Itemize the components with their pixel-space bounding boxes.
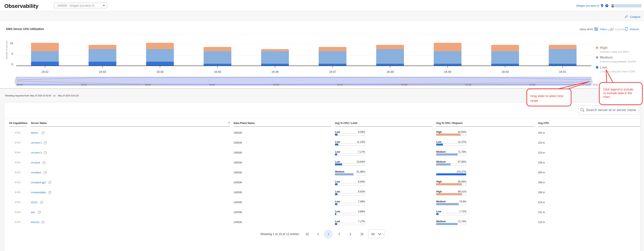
svg-text:16:43: 16:43 — [81, 83, 87, 86]
svg-text:5: 5 — [12, 52, 13, 55]
svg-text:16:42: 16:42 — [41, 70, 48, 73]
svg-text:10: 10 — [10, 42, 13, 45]
svg-text:0: 0 — [12, 63, 13, 66]
svg-text:16:44: 16:44 — [145, 83, 151, 86]
svg-text:16:48: 16:48 — [401, 83, 407, 86]
svg-text:16:51: 16:51 — [592, 83, 598, 86]
svg-text:16:49: 16:49 — [465, 83, 471, 86]
svg-text:?: ? — [606, 4, 607, 7]
svg-text:16:42: 16:42 — [17, 83, 23, 86]
svg-text:16:49: 16:49 — [444, 70, 451, 73]
svg-text:16:51: 16:51 — [559, 70, 566, 73]
svg-text:Number of servers: Number of servers — [6, 40, 8, 59]
svg-text:16:50: 16:50 — [502, 70, 509, 73]
svg-text:16:45: 16:45 — [214, 70, 221, 73]
svg-text:16:45: 16:45 — [209, 83, 215, 86]
svg-text:chart: chart — [603, 95, 610, 98]
svg-text:Drag slider to select time: Drag slider to select time — [530, 94, 564, 98]
svg-text:16:43: 16:43 — [99, 70, 106, 73]
svg-text:16:44: 16:44 — [156, 70, 164, 73]
svg-text:16:47: 16:47 — [337, 83, 343, 86]
svg-text:16:46: 16:46 — [273, 83, 279, 86]
svg-text:16:50: 16:50 — [530, 83, 535, 86]
svg-text:range: range — [530, 99, 538, 102]
svg-text:or exclude data in the: or exclude data in the — [603, 91, 632, 95]
svg-text:16:46: 16:46 — [272, 70, 279, 73]
svg-text:16:48: 16:48 — [386, 70, 394, 73]
svg-text:16:47: 16:47 — [329, 70, 336, 73]
